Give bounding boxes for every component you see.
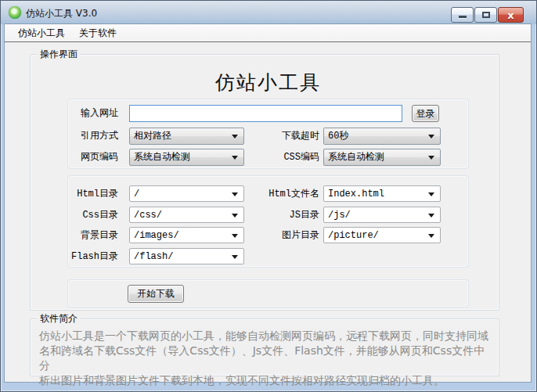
timeout-label: 下载超时 xyxy=(217,128,319,145)
ref-mode-value: 相对路径 xyxy=(134,128,229,144)
menu-item-about[interactable]: 关于软件 xyxy=(72,24,124,42)
minimize-icon xyxy=(459,16,467,18)
chevron-down-icon xyxy=(428,234,434,238)
js-dir-value: /js/ xyxy=(328,207,426,223)
chevron-down-icon xyxy=(232,255,238,259)
url-input[interactable] xyxy=(129,105,402,122)
css-encoding-select[interactable]: 系统自动检测 xyxy=(323,149,441,166)
action-panel: 开始下载 xyxy=(67,279,469,307)
operation-group-label: 操作界面 xyxy=(37,49,81,60)
login-button[interactable]: 登录 xyxy=(412,105,439,122)
html-dir-value: / xyxy=(134,186,229,202)
start-download-button[interactable]: 开始下载 xyxy=(128,285,184,303)
app-window: 仿站小工具 V3.0 x 仿站小工具 关于软件 操作界面 仿站小工具 输入网址 … xyxy=(0,0,537,392)
titlebar[interactable]: 仿站小工具 V3.0 x xyxy=(1,1,536,24)
timeout-value: 60秒 xyxy=(328,128,426,144)
connection-panel: 输入网址 登录 引用方式 相对路径 下载超时 60秒 xyxy=(67,99,469,169)
close-button[interactable]: x xyxy=(498,7,524,23)
maximize-icon xyxy=(482,12,490,18)
image-dir-combo[interactable]: /picture/ xyxy=(323,227,441,243)
page-encoding-label: 网页编码 xyxy=(68,149,118,166)
background-dir-label: 背景目录 xyxy=(68,227,118,244)
flash-dir-combo[interactable]: /flash/ xyxy=(129,248,244,264)
app-icon xyxy=(9,6,21,19)
menu-bar: 仿站小工具 关于软件 xyxy=(5,24,531,42)
chevron-down-icon xyxy=(428,135,434,138)
background-dir-value: /images/ xyxy=(134,228,229,243)
css-encoding-label: CSS编码 xyxy=(217,149,319,166)
chevron-down-icon xyxy=(428,214,434,218)
chevron-down-icon xyxy=(428,192,434,196)
minimize-button[interactable] xyxy=(451,7,474,23)
chevron-down-icon xyxy=(428,156,434,160)
flash-dir-value: /flash/ xyxy=(134,249,229,264)
html-dir-label: Html目录 xyxy=(68,185,118,203)
image-dir-label: 图片目录 xyxy=(217,227,319,244)
about-group-label: 软件简介 xyxy=(37,313,81,325)
css-dir-value: /css/ xyxy=(134,207,229,223)
css-dir-label: Css目录 xyxy=(68,207,118,224)
html-filename-label: Html文件名 xyxy=(217,185,319,203)
image-dir-value: /picture/ xyxy=(328,228,426,243)
paths-panel: Html目录 / Html文件名 Index.html Css目录 /css/ … xyxy=(67,175,469,268)
js-dir-combo[interactable]: /js/ xyxy=(323,207,441,223)
ref-mode-label: 引用方式 xyxy=(68,128,118,145)
about-groupbox: 软件简介 仿站小工具是一个下载网页的小工具，能够自动检测网页编码，远程下载网页，… xyxy=(30,318,499,376)
operation-groupbox: 操作界面 仿站小工具 输入网址 登录 引用方式 相对路径 下载超时 60秒 xyxy=(30,54,499,311)
js-dir-label: JS目录 xyxy=(217,207,319,224)
url-label: 输入网址 xyxy=(68,105,118,122)
maximize-button[interactable] xyxy=(474,7,497,23)
html-filename-combo[interactable]: Index.html xyxy=(323,185,441,202)
page-title: 仿站小工具 xyxy=(67,70,469,95)
window-title: 仿站小工具 V3.0 xyxy=(26,7,97,20)
css-encoding-value: 系统自动检测 xyxy=(328,149,426,165)
close-icon: x xyxy=(499,9,523,22)
flash-dir-label: Flash目录 xyxy=(68,248,118,265)
page-encoding-value: 系统自动检测 xyxy=(134,149,229,165)
client-area: 仿站小工具 关于软件 操作界面 仿站小工具 输入网址 登录 引用方式 相对路径 xyxy=(5,24,531,382)
html-filename-value: Index.html xyxy=(328,186,426,202)
menu-item-app[interactable]: 仿站小工具 xyxy=(11,24,72,42)
software-description: 仿站小工具是一个下载网页的小工具，能够自动检测网页编码，远程下载网页，同时支持同… xyxy=(39,329,495,388)
timeout-select[interactable]: 60秒 xyxy=(323,128,441,145)
window-controls: x xyxy=(450,7,524,23)
